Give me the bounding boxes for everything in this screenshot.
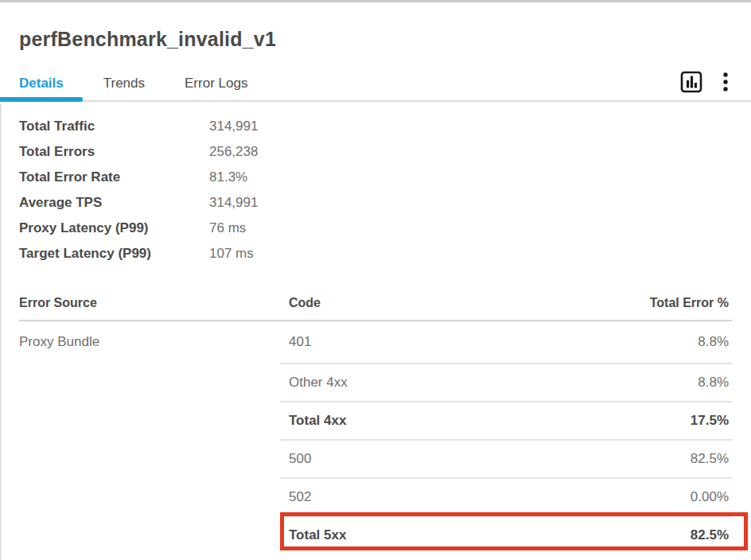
stat-row-total-errors: Total Errors 256,238 — [19, 139, 732, 165]
column-header-code: Code — [280, 296, 650, 310]
stats-summary: Total Traffic 314,991 Total Errors 256,2… — [0, 102, 751, 266]
code-cell: Other 4xx — [289, 375, 348, 391]
stat-value: 107 ms — [209, 246, 254, 262]
code-cell: Total 5xx — [289, 527, 346, 543]
active-tab-underline — [0, 97, 83, 102]
column-header-error-source: Error Source — [19, 296, 280, 310]
error-breakdown-table: Error Source Code Total Error % Proxy Bu… — [0, 286, 751, 554]
kebab-menu-icon — [722, 71, 729, 95]
panel-header: perfBenchmark_invalid_v1 — [0, 2, 751, 51]
stat-row-total-traffic: Total Traffic 314,991 — [19, 114, 732, 139]
page-title: perfBenchmark_invalid_v1 — [19, 28, 732, 51]
error-source-cell: Proxy Bundle — [19, 334, 99, 350]
percent-cell: 82.5% — [691, 451, 729, 467]
table-row-total-4xx: Total 4xx 17.5% — [280, 401, 732, 439]
percent-cell: 8.8% — [698, 334, 729, 350]
tab-trends[interactable]: Trends — [103, 76, 145, 91]
stat-value: 256,238 — [209, 144, 258, 160]
code-cell: 502 — [289, 489, 311, 505]
stat-label: Proxy Latency (P99) — [19, 220, 209, 236]
table-body: Proxy Bundle 401 8.8% Other 4xx 8.8% Tot… — [0, 321, 751, 554]
stat-label: Average TPS — [19, 195, 209, 211]
stat-row-target-latency: Target Latency (P99) 107 ms — [19, 241, 732, 266]
stat-row-average-tps: Average TPS 314,991 — [19, 190, 732, 216]
stat-value: 76 ms — [209, 220, 246, 236]
stat-label: Total Error Rate — [19, 169, 209, 185]
table-header-row: Error Source Code Total Error % — [19, 286, 732, 321]
tab-error-logs[interactable]: Error Logs — [185, 76, 247, 91]
stat-value: 314,991 — [209, 195, 258, 211]
chart-view-button[interactable] — [678, 68, 705, 98]
table-row: 500 82.5% — [280, 439, 732, 477]
bar-chart-icon — [679, 70, 703, 96]
code-cell: Total 4xx — [289, 413, 346, 429]
percent-cell: 8.8% — [698, 375, 729, 391]
table-row: 401 8.8% — [280, 321, 732, 363]
percent-cell: 0.00% — [691, 489, 729, 505]
percent-cell: 17.5% — [691, 413, 729, 429]
stat-label: Total Traffic — [19, 119, 209, 134]
table-row-total-5xx: Total 5xx 82.5% — [280, 515, 732, 554]
stat-value: 314,991 — [209, 119, 258, 134]
tab-bar: Details Trends Error Logs — [0, 66, 751, 102]
percent-cell: 82.5% — [691, 527, 729, 543]
table-row: 502 0.00% — [280, 477, 732, 515]
tab-details[interactable]: Details — [19, 76, 64, 91]
report-panel: perfBenchmark_invalid_v1 Details Trends … — [0, 0, 751, 554]
code-cell: 500 — [289, 451, 311, 467]
stat-value: 81.3% — [209, 169, 247, 185]
stat-row-proxy-latency: Proxy Latency (P99) 76 ms — [19, 216, 732, 241]
overflow-menu-button[interactable] — [721, 69, 730, 97]
table-row: Other 4xx 8.8% — [280, 363, 732, 401]
tab-actions — [678, 66, 730, 100]
stat-row-total-error-rate: Total Error Rate 81.3% — [19, 165, 732, 190]
stat-label: Target Latency (P99) — [19, 246, 209, 262]
code-rows: 401 8.8% Other 4xx 8.8% Total 4xx 17.5% … — [280, 321, 732, 554]
code-cell: 401 — [289, 334, 311, 350]
column-header-total-error-pct: Total Error % — [650, 296, 732, 310]
stat-label: Total Errors — [19, 144, 209, 160]
